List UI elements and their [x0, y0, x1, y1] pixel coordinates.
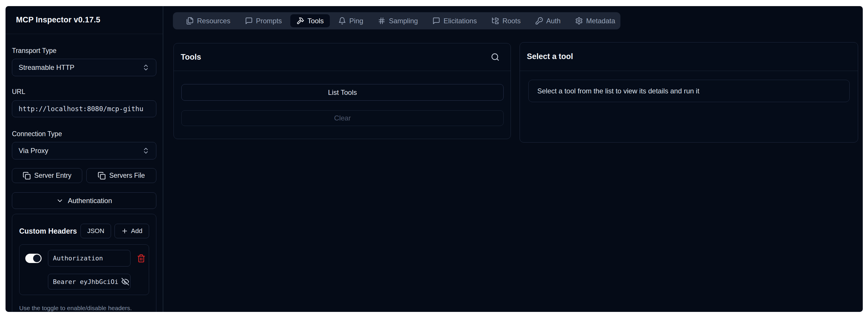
trash-icon — [137, 254, 146, 263]
tab-metadata[interactable]: Metadata — [569, 14, 621, 27]
top-nav-tabs: Resources Prompts Tools — [173, 12, 620, 29]
headers-help-line1: Use the toggle to enable/disable headers… — [19, 305, 132, 311]
message-square-icon — [245, 17, 253, 25]
tools-panel-title: Tools — [181, 53, 201, 62]
tab-ping[interactable]: Ping — [332, 14, 369, 27]
connection-type-label: Connection Type — [12, 130, 156, 138]
list-tools-button[interactable]: List Tools — [181, 84, 504, 101]
tab-label: Elicitations — [443, 17, 477, 25]
folder-tree-icon — [491, 17, 499, 25]
tab-label: Metadata — [586, 17, 615, 25]
servers-file-label: Servers File — [109, 172, 145, 179]
app-window: MCP Inspector v0.17.5 Transport Type Str… — [5, 6, 863, 312]
chevrons-up-down-icon — [142, 147, 150, 154]
copy-icon — [98, 172, 106, 180]
authentication-toggle-button[interactable]: Authentication — [12, 192, 156, 209]
key-icon — [535, 17, 543, 25]
header-enabled-toggle[interactable] — [25, 254, 41, 263]
sidebar: MCP Inspector v0.17.5 Transport Type Str… — [5, 6, 163, 312]
connection-type-value: Via Proxy — [19, 147, 48, 155]
tools-panel-header: Tools — [174, 44, 510, 71]
plus-icon — [121, 228, 128, 234]
main-area: Resources Prompts Tools — [163, 6, 863, 312]
tab-prompts[interactable]: Prompts — [239, 14, 288, 27]
transport-type-value: Streamable HTTP — [19, 63, 74, 71]
export-buttons-row: Server Entry Servers File — [12, 168, 156, 183]
tools-panel: Tools List Tools Clear — [174, 43, 511, 139]
tab-label: Ping — [349, 17, 363, 25]
servers-file-button[interactable]: Servers File — [86, 168, 157, 183]
tab-tools[interactable]: Tools — [290, 14, 330, 27]
hammer-icon — [297, 17, 304, 25]
json-button[interactable]: JSON — [81, 224, 111, 238]
tab-label: Auth — [546, 17, 561, 25]
tab-label: Roots — [502, 17, 521, 25]
sidebar-header: MCP Inspector v0.17.5 — [5, 6, 163, 34]
detail-panel-title: Select a tool — [527, 52, 573, 61]
files-icon — [186, 17, 194, 25]
search-tools-button[interactable] — [491, 53, 499, 61]
server-entry-label: Server Entry — [34, 172, 71, 179]
server-entry-button[interactable]: Server Entry — [12, 168, 82, 183]
authentication-label: Authentication — [68, 197, 112, 205]
delete-header-button[interactable] — [137, 254, 147, 263]
search-icon — [491, 53, 499, 61]
eye-off-icon[interactable] — [121, 278, 129, 286]
tab-roots[interactable]: Roots — [485, 14, 527, 27]
connection-type-select[interactable]: Via Proxy — [12, 142, 156, 160]
tab-resources[interactable]: Resources — [180, 14, 237, 27]
toggle-thumb — [33, 255, 41, 262]
header-entry-row: Authorization Bearer eyJhbGciOi — [19, 244, 149, 295]
tab-label: Prompts — [256, 17, 282, 25]
custom-headers-title-row: Custom Headers JSON Add — [19, 224, 149, 238]
header-value-input[interactable]: Bearer eyJhbGciOi — [48, 274, 130, 289]
chevron-down-icon — [56, 197, 64, 205]
clear-tools-button[interactable]: Clear — [181, 110, 504, 126]
app-title: MCP Inspector v0.17.5 — [16, 16, 100, 24]
sidebar-content: Transport Type Streamable HTTP URL http:… — [5, 34, 163, 312]
header-value-value: Bearer eyJhbGciOi — [53, 278, 118, 285]
add-header-label: Add — [131, 227, 143, 235]
empty-state-message: Select a tool from the list to view its … — [528, 80, 850, 102]
screenshot-page: MCP Inspector v0.17.5 Transport Type Str… — [0, 0, 868, 318]
bell-icon — [338, 17, 346, 25]
chevrons-up-down-icon — [142, 64, 150, 71]
custom-headers-title: Custom Headers — [19, 227, 81, 235]
transport-type-label: Transport Type — [12, 47, 156, 55]
header-name-input[interactable]: Authorization — [48, 250, 130, 266]
tab-auth[interactable]: Auth — [529, 14, 567, 27]
detail-panel-header: Select a tool — [520, 42, 858, 71]
header-name-value: Authorization — [53, 255, 103, 262]
hash-icon — [378, 17, 385, 25]
url-label: URL — [12, 88, 156, 96]
add-header-button[interactable]: Add — [115, 224, 149, 238]
gear-icon — [575, 17, 583, 25]
url-input[interactable]: http://localhost:8080/mcp-githu — [12, 100, 156, 117]
tab-label: Resources — [197, 17, 230, 25]
tool-detail-panel: Select a tool Select a tool from the lis… — [520, 42, 858, 143]
custom-headers-card: Custom Headers JSON Add — [12, 214, 156, 312]
tab-label: Tools — [307, 17, 324, 25]
copy-icon — [23, 172, 31, 180]
message-square-icon — [432, 17, 440, 25]
transport-type-select[interactable]: Streamable HTTP — [12, 59, 156, 76]
headers-help-text: Use the toggle to enable/disable headers… — [19, 304, 149, 312]
tab-label: Sampling — [389, 17, 418, 25]
tab-sampling[interactable]: Sampling — [372, 14, 424, 27]
url-value: http://localhost:8080/mcp-githu — [19, 105, 143, 113]
tab-elicitations[interactable]: Elicitations — [426, 14, 483, 27]
